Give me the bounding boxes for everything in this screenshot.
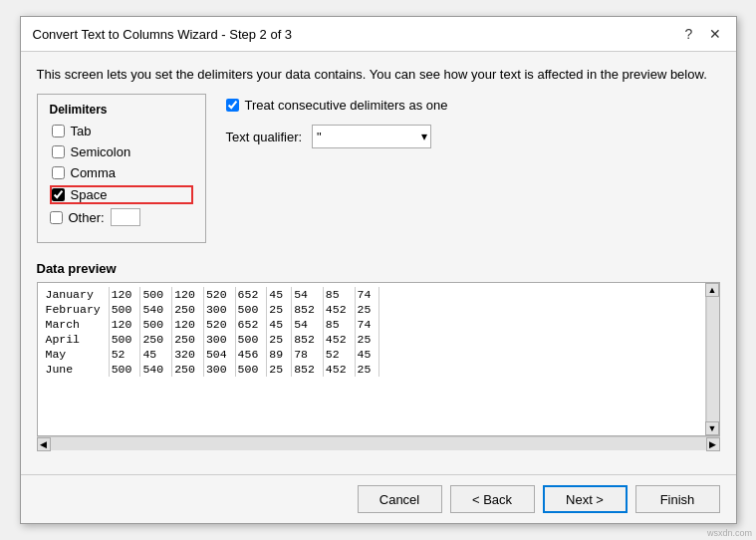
space-row: Space (50, 185, 193, 204)
table-cell: April (44, 332, 110, 347)
semicolon-checkbox[interactable] (52, 145, 65, 158)
table-cell: 300 (203, 332, 235, 347)
table-cell: 25 (267, 302, 292, 317)
v-scrollbar[interactable]: ▲ ▼ (705, 283, 719, 435)
table-cell: 250 (172, 302, 204, 317)
h-scrollbar[interactable]: ◀ ▶ (37, 436, 720, 450)
table-row: May524532050445689785245 (44, 347, 379, 362)
treat-consecutive-row: Treat consecutive delimiters as one (226, 98, 448, 113)
table-cell: 25 (355, 362, 379, 377)
table-cell: 320 (172, 347, 204, 362)
table-row: January12050012052065245548574 (44, 287, 379, 302)
table-cell: 456 (235, 347, 267, 362)
table-cell: 540 (140, 362, 172, 377)
table-cell: 74 (355, 317, 379, 332)
table-cell: 500 (235, 332, 267, 347)
delimiters-group: Delimiters Tab Semicolon Comma Space (37, 94, 206, 243)
table-cell: 500 (235, 362, 267, 377)
table-cell: 500 (235, 302, 267, 317)
dialog-body: This screen lets you set the delimiters … (21, 52, 736, 474)
table-cell: 85 (323, 287, 355, 302)
close-button[interactable]: ✕ (706, 25, 724, 43)
table-row: June5005402503005002585245225 (44, 362, 379, 377)
scroll-up-btn[interactable]: ▲ (705, 283, 719, 297)
table-cell: 120 (109, 287, 140, 302)
space-label: Space (71, 187, 108, 202)
tab-checkbox[interactable] (52, 125, 65, 137)
table-cell: 520 (203, 287, 235, 302)
table-cell: 78 (292, 347, 324, 362)
table-cell: 452 (323, 362, 355, 377)
table-cell: 500 (109, 302, 140, 317)
table-cell: March (44, 317, 110, 332)
back-button[interactable]: < Back (450, 485, 535, 513)
table-cell: 250 (140, 332, 172, 347)
scroll-left-btn[interactable]: ◀ (37, 437, 51, 451)
table-cell: 54 (292, 287, 324, 302)
preview-content[interactable]: January12050012052065245548574February50… (38, 283, 705, 435)
data-preview-section: Data preview January12050012052065245548… (37, 261, 720, 450)
table-cell: 120 (172, 287, 204, 302)
table-cell: February (44, 302, 110, 317)
semicolon-label: Semicolon (71, 144, 131, 159)
main-content: Delimiters Tab Semicolon Comma Space (37, 94, 720, 243)
other-checkbox[interactable] (50, 211, 63, 224)
dialog-footer: Cancel < Back Next > Finish (21, 474, 736, 523)
space-checkbox[interactable] (52, 188, 65, 201)
table-cell: 300 (203, 362, 235, 377)
treat-consecutive-checkbox[interactable] (226, 99, 239, 112)
text-qualifier-select[interactable]: " ' {none} (312, 125, 431, 148)
title-bar: Convert Text to Columns Wizard - Step 2 … (21, 17, 736, 52)
table-cell: 500 (140, 287, 172, 302)
text-qualifier-label: Text qualifier: (226, 130, 303, 144)
table-cell: 300 (203, 302, 235, 317)
table-cell: 250 (172, 332, 204, 347)
title-bar-left: Convert Text to Columns Wizard - Step 2 … (33, 27, 293, 42)
finish-button[interactable]: Finish (635, 485, 720, 513)
table-cell: June (44, 362, 110, 377)
other-input[interactable] (111, 208, 140, 226)
table-cell: January (44, 287, 110, 302)
comma-row: Comma (50, 164, 193, 181)
table-cell: 25 (267, 332, 292, 347)
table-cell: 89 (267, 347, 292, 362)
next-button[interactable]: Next > (543, 485, 628, 513)
table-cell: 520 (203, 317, 235, 332)
table-cell: 852 (292, 332, 324, 347)
table-cell: 852 (292, 362, 324, 377)
table-cell: May (44, 347, 110, 362)
preview-table: January12050012052065245548574February50… (44, 287, 380, 377)
h-scroll-track (51, 437, 706, 450)
preview-outer: January12050012052065245548574February50… (37, 282, 720, 450)
table-cell: 452 (323, 332, 355, 347)
scroll-right-btn[interactable]: ▶ (706, 437, 720, 451)
right-options: Treat consecutive delimiters as one Text… (226, 94, 448, 148)
other-row: Other: (50, 208, 193, 226)
table-cell: 85 (323, 317, 355, 332)
help-button[interactable]: ? (680, 25, 698, 43)
comma-checkbox[interactable] (52, 166, 65, 179)
preview-label: Data preview (37, 261, 720, 276)
tab-row: Tab (50, 123, 193, 139)
delimiters-legend: Delimiters (50, 103, 193, 117)
table-row: February5005402503005002585245225 (44, 302, 379, 317)
text-qualifier-select-wrapper: " ' {none} (312, 125, 431, 148)
table-cell: 852 (292, 302, 324, 317)
tab-label: Tab (71, 124, 92, 138)
title-bar-controls: ? ✕ (680, 25, 724, 43)
preview-box: January12050012052065245548574February50… (37, 282, 720, 436)
table-cell: 45 (140, 347, 172, 362)
cancel-button[interactable]: Cancel (358, 485, 442, 513)
scroll-track (706, 297, 719, 421)
semicolon-row: Semicolon (50, 143, 193, 160)
table-cell: 45 (355, 347, 379, 362)
dialog-title: Convert Text to Columns Wizard - Step 2 … (33, 27, 293, 42)
table-cell: 54 (292, 317, 324, 332)
scroll-down-btn[interactable]: ▼ (705, 421, 719, 435)
table-cell: 25 (355, 332, 379, 347)
text-qualifier-row: Text qualifier: " ' {none} (226, 125, 448, 148)
table-cell: 500 (140, 317, 172, 332)
table-cell: 500 (109, 332, 140, 347)
table-cell: 120 (109, 317, 140, 332)
table-cell: 45 (267, 317, 292, 332)
